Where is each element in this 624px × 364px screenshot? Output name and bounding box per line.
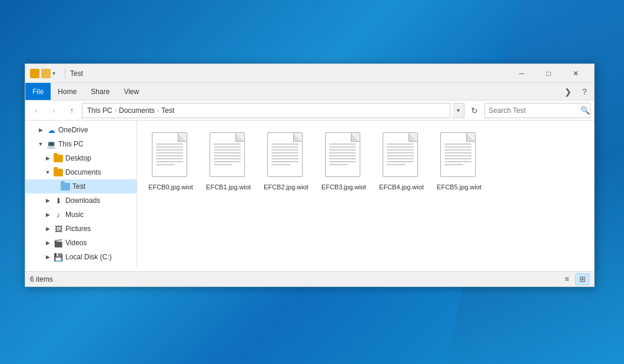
sidebar-label-downloads: Downloads — [65, 196, 100, 205]
sidebar-label-pictures: Pictures — [65, 225, 91, 233]
minimize-button[interactable]: ─ — [508, 64, 535, 83]
file-item-file5[interactable]: EFCB5.jpg.wiot — [433, 128, 486, 196]
documents-folder-icon — [54, 168, 63, 177]
doc-lines — [271, 143, 298, 167]
doc-icon — [325, 132, 360, 177]
path-thispc[interactable]: This PC — [87, 106, 112, 115]
doc-lines — [444, 143, 472, 167]
test-folder-icon — [61, 182, 70, 191]
expand-documents: ▼ — [44, 169, 51, 175]
videos-icon: 🎬 — [54, 238, 63, 248]
forward-button[interactable]: › — [47, 103, 62, 118]
sidebar-label-thispc: This PC — [58, 140, 84, 148]
cloud-icon: ☁ — [47, 125, 56, 135]
file-name: EFCB4.jpg.wiot — [379, 183, 424, 191]
window-controls: ─ □ ✕ — [508, 64, 589, 83]
sidebar: ▶ ☁ OneDrive ▼ 💻 This PC ▶ Desktop — [25, 121, 137, 266]
sidebar-item-thispc[interactable]: ▼ 💻 This PC — [25, 137, 137, 151]
view-grid-button[interactable]: ⊞ — [575, 273, 589, 285]
doc-icon — [210, 132, 245, 177]
file-thumb — [440, 132, 478, 179]
sidebar-label-documents: Documents — [65, 168, 101, 176]
pc-icon: 💻 — [47, 139, 56, 149]
back-button[interactable]: ‹ — [29, 103, 44, 118]
sidebar-item-videos[interactable]: ▶ 🎬 Videos — [25, 236, 137, 250]
music-icon: ♪ — [54, 210, 63, 219]
address-dropdown[interactable]: ▾ — [453, 103, 464, 118]
file-name: EFCB5.jpg.wiot — [437, 183, 482, 191]
expand-downloads: ▶ — [44, 198, 51, 203]
sidebar-item-music[interactable]: ▶ ♪ Music — [25, 208, 137, 222]
menu-file[interactable]: File — [25, 83, 51, 100]
title-bar-icons: ▾ — [30, 69, 55, 78]
doc-lines — [214, 143, 241, 167]
menu-bar: File Home Share View ❯ ? — [25, 83, 594, 101]
close-button[interactable]: ✕ — [562, 64, 589, 83]
sidebar-item-downloads[interactable]: ▶ ⬇ Downloads — [25, 193, 137, 208]
menu-home[interactable]: Home — [51, 83, 84, 100]
doc-icon — [440, 132, 476, 177]
pictures-icon: 🖼 — [54, 224, 63, 233]
file-item-file1[interactable]: EFCB1.jpg.wiot — [202, 128, 255, 196]
up-button[interactable]: ↑ — [64, 103, 79, 118]
menu-bar-right: ❯ ? — [561, 85, 594, 99]
sidebar-item-test[interactable]: Test — [25, 179, 137, 193]
sidebar-label-desktop: Desktop — [65, 154, 91, 162]
folder-icon-1 — [30, 69, 39, 78]
expand-thispc: ▼ — [37, 141, 44, 147]
search-icon[interactable]: 🔍 — [580, 103, 590, 118]
path-documents[interactable]: Documents — [119, 106, 155, 115]
path-test[interactable]: Test — [161, 106, 174, 115]
file-item-file0[interactable]: EFCB0.jpg.wiot — [144, 128, 197, 196]
window-title: Test — [70, 69, 508, 78]
file-thumb — [383, 132, 420, 179]
path-sep-2: › — [157, 107, 159, 113]
menu-help-btn[interactable]: ? — [577, 85, 592, 99]
address-bar: ‹ › ↑ This PC › Documents › Test ▾ ↻ 🔍 — [25, 101, 594, 121]
search-input[interactable] — [485, 106, 580, 115]
expand-localdisk: ▶ — [44, 254, 51, 260]
status-bar: 6 items ≡ ⊞ — [25, 271, 594, 286]
folder-icon-2 — [41, 69, 51, 78]
file-name: EFCB3.jpg.wiot — [321, 183, 366, 191]
sidebar-label-test: Test — [72, 182, 85, 191]
expand-music: ▶ — [44, 212, 51, 218]
expand-videos: ▶ — [44, 240, 51, 246]
file-name: EFCB0.jpg.wiot — [148, 183, 193, 191]
file-thumb — [152, 132, 190, 179]
address-path[interactable]: This PC › Documents › Test — [82, 103, 450, 118]
doc-icon — [383, 132, 418, 177]
sidebar-label-localdisk: Local Disk (C:) — [65, 253, 112, 261]
file-item-file3[interactable]: EFCB3.jpg.wiot — [317, 128, 370, 196]
title-bar: ▾ Test ─ □ ✕ — [25, 64, 594, 83]
item-count: 6 items — [30, 275, 53, 283]
menu-share[interactable]: Share — [84, 83, 117, 100]
expand-onedrive: ▶ — [37, 127, 44, 133]
menu-view[interactable]: View — [117, 83, 146, 100]
view-buttons: ≡ ⊞ — [560, 273, 589, 285]
expand-desktop: ▶ — [44, 155, 51, 161]
disk-icon: 💾 — [54, 252, 63, 262]
title-bar-arrow: ▾ — [52, 70, 55, 76]
sidebar-label-music: Music — [65, 211, 84, 219]
refresh-button[interactable]: ↻ — [467, 103, 482, 118]
explorer-window: ▾ Test ─ □ ✕ File Home Share View ❯ ? ‹ … — [25, 64, 595, 287]
file-item-file4[interactable]: EFCB4.jpg.wiot — [375, 128, 428, 196]
file-name: EFCB1.jpg.wiot — [206, 183, 251, 191]
view-list-button[interactable]: ≡ — [560, 273, 574, 285]
doc-lines — [329, 143, 356, 167]
file-thumb — [210, 132, 247, 179]
sidebar-item-desktop[interactable]: ▶ Desktop — [25, 151, 137, 165]
sidebar-item-documents[interactable]: ▼ Documents — [25, 165, 137, 179]
menu-chevron-btn[interactable]: ❯ — [561, 85, 575, 99]
maximize-button[interactable]: □ — [535, 64, 562, 83]
desktop-folder-icon — [54, 153, 63, 163]
sidebar-item-pictures[interactable]: ▶ 🖼 Pictures — [25, 222, 137, 236]
file-thumb — [267, 132, 305, 179]
file-item-file2[interactable]: EFCB2.jpg.wiot — [260, 128, 313, 196]
file-area: EFCB0.jpg.wiot EFCB1.jpg.wiot EFCB2.jpg.… — [137, 121, 594, 271]
sidebar-wrapper: ▶ ☁ OneDrive ▼ 💻 This PC ▶ Desktop — [25, 121, 137, 271]
doc-icon — [152, 132, 187, 177]
sidebar-item-localdisk[interactable]: ▶ 💾 Local Disk (C:) — [25, 250, 137, 264]
sidebar-item-onedrive[interactable]: ▶ ☁ OneDrive — [25, 123, 137, 137]
